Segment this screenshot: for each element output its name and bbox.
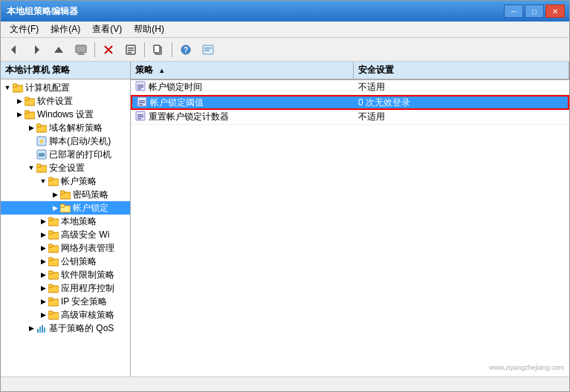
menu-view[interactable]: 查看(V) bbox=[86, 22, 128, 37]
expand-computer[interactable]: ▼ bbox=[2, 82, 13, 93]
tree-item-script[interactable]: ▶ ⚡ 脚本(启动/关机) bbox=[1, 134, 130, 148]
tree-item-printer[interactable]: ▶ 已部署的打印机 bbox=[1, 148, 130, 161]
tree-label-local: 本地策略 bbox=[61, 215, 97, 228]
svg-rect-24 bbox=[25, 111, 29, 114]
tree-label-ipsec: IP 安全策略 bbox=[61, 295, 107, 308]
folder-icon-advanced-wifi bbox=[48, 230, 59, 240]
svg-rect-30 bbox=[39, 153, 45, 157]
svg-rect-68 bbox=[137, 114, 143, 116]
tree-item-security[interactable]: ▼ 安全设置 bbox=[1, 161, 130, 174]
folder-icon-software bbox=[25, 97, 35, 106]
copy-button[interactable] bbox=[148, 40, 169, 59]
expand-dns[interactable]: ▶ bbox=[26, 122, 36, 133]
cell-policy-1: 帐户锁定阈值 bbox=[132, 96, 354, 110]
svg-rect-55 bbox=[37, 329, 39, 333]
svg-rect-36 bbox=[60, 191, 65, 194]
column-headers: 策略 ▲ 安全设置 bbox=[131, 62, 569, 80]
tree-item-account-policy[interactable]: ▼ 帐户策略 bbox=[1, 174, 130, 188]
tree-item-qos[interactable]: ▶ 基于策略的 QoS bbox=[1, 321, 130, 335]
menu-action[interactable]: 操作(A) bbox=[45, 22, 86, 37]
expand-advanced-wifi[interactable]: ▶ bbox=[38, 229, 48, 240]
expand-network-list[interactable]: ▶ bbox=[38, 243, 48, 253]
tree-label-software-restrict: 软件限制策略 bbox=[61, 269, 114, 281]
expand-qos[interactable]: ▶ bbox=[26, 323, 36, 333]
svg-rect-52 bbox=[48, 298, 53, 301]
close-button[interactable]: ✕ bbox=[545, 4, 565, 18]
svg-rect-65 bbox=[139, 102, 145, 103]
expand-pubkey[interactable]: ▶ bbox=[38, 256, 48, 267]
menu-help[interactable]: 帮助(H) bbox=[128, 22, 170, 37]
monitor-button[interactable] bbox=[71, 40, 91, 59]
svg-rect-69 bbox=[137, 117, 143, 118]
tree-item-windows[interactable]: ▶ Windows 设置 bbox=[1, 108, 130, 121]
expand-ipsec[interactable]: ▶ bbox=[38, 296, 48, 307]
tree-item-audit[interactable]: ▶ 高级审核策略 bbox=[1, 308, 130, 321]
tree-label-password: 密码策略 bbox=[73, 189, 109, 201]
tree-label-dns: 域名解析策略 bbox=[49, 122, 103, 134]
svg-rect-13 bbox=[154, 45, 160, 53]
tree-item-ipsec[interactable]: ▶ IP 安全策略 bbox=[1, 295, 130, 308]
expand-windows[interactable]: ▶ bbox=[14, 109, 25, 120]
col-header-security[interactable]: 安全设置 bbox=[354, 62, 569, 79]
maximize-button[interactable]: □ bbox=[525, 4, 544, 18]
tree-label-network-list: 网络列表管理 bbox=[61, 242, 114, 255]
tree-item-applocker[interactable]: ▶ 应用程序控制 bbox=[1, 281, 130, 295]
tree-item-network-list[interactable]: ▶ 网络列表管理 bbox=[1, 241, 130, 255]
folder-icon-security bbox=[36, 163, 47, 173]
sort-icon: ▲ bbox=[158, 67, 165, 74]
delete-button[interactable] bbox=[98, 40, 119, 59]
expand-local[interactable]: ▶ bbox=[38, 216, 48, 226]
tree-item-dns[interactable]: ▶ 域名解析策略 bbox=[1, 121, 130, 134]
tree-item-computer[interactable]: ▼ 计算机配置 bbox=[1, 81, 130, 94]
svg-rect-20 bbox=[13, 84, 17, 87]
tree-label-printer: 已部署的打印机 bbox=[49, 148, 111, 161]
extra-button[interactable] bbox=[198, 40, 218, 59]
properties-button[interactable] bbox=[120, 40, 141, 59]
tree-container[interactable]: ▼ 计算机配置 ▶ 软件设置 ▶ bbox=[1, 79, 130, 376]
svg-rect-38 bbox=[60, 204, 65, 207]
svg-rect-40 bbox=[48, 218, 53, 220]
minimize-button[interactable]: ─ bbox=[504, 4, 523, 18]
tree-item-software-restrict[interactable]: ▶ 软件限制策略 bbox=[1, 268, 130, 281]
expand-password[interactable]: ▶ bbox=[50, 189, 60, 200]
svg-rect-46 bbox=[48, 258, 53, 261]
svg-rect-11 bbox=[128, 52, 132, 53]
expand-software-restrict[interactable]: ▶ bbox=[38, 270, 48, 280]
forward-button[interactable] bbox=[26, 40, 47, 59]
status-bar bbox=[1, 376, 569, 391]
policy-icon-1 bbox=[137, 97, 147, 109]
col-header-policy[interactable]: 策略 ▲ bbox=[131, 62, 354, 79]
help-button[interactable]: ? bbox=[175, 40, 196, 59]
tree-item-software[interactable]: ▶ 软件设置 bbox=[1, 94, 130, 108]
tree-item-local[interactable]: ▶ 本地策略 bbox=[1, 215, 130, 228]
svg-rect-17 bbox=[204, 48, 212, 49]
left-panel: 本地计算机 策略 ▼ 计算机配置 ▶ 软件设置 bbox=[1, 62, 131, 376]
table-row[interactable]: 帐户锁定时间 不适用 bbox=[131, 80, 569, 95]
svg-rect-32 bbox=[36, 164, 41, 167]
tree-item-lockout[interactable]: ▶ 帐户锁定 bbox=[1, 201, 130, 215]
content-area: 本地计算机 策略 ▼ 计算机配置 ▶ 软件设置 bbox=[1, 62, 569, 376]
tree-item-pubkey[interactable]: ▶ 公钥策略 bbox=[1, 255, 130, 268]
svg-text:⚡: ⚡ bbox=[38, 137, 45, 145]
tree-label-pubkey: 公钥策略 bbox=[61, 255, 97, 268]
policy-name-1: 帐户锁定阈值 bbox=[150, 97, 204, 109]
expand-software[interactable]: ▶ bbox=[14, 96, 25, 106]
table-row[interactable]: 重置帐户锁定计数器 不适用 bbox=[131, 110, 569, 125]
table-container[interactable]: 帐户锁定时间 不适用 bbox=[131, 80, 569, 376]
tree-item-advanced-wifi[interactable]: ▶ 高级安全 Wi bbox=[1, 228, 130, 241]
title-bar: 本地组策略编辑器 ─ □ ✕ bbox=[1, 1, 569, 22]
back-button[interactable] bbox=[4, 40, 25, 59]
up-button[interactable] bbox=[48, 40, 69, 59]
expand-applocker[interactable]: ▶ bbox=[38, 283, 48, 293]
svg-rect-9 bbox=[128, 48, 134, 49]
expand-audit[interactable]: ▶ bbox=[38, 310, 48, 320]
expand-account-policy[interactable]: ▼ bbox=[38, 176, 48, 186]
expand-security[interactable]: ▼ bbox=[26, 163, 36, 173]
tree-item-password[interactable]: ▶ 密码策略 bbox=[1, 188, 130, 201]
tree-label-lockout: 帐户锁定 bbox=[73, 202, 109, 215]
expand-lockout[interactable]: ▶ bbox=[50, 203, 60, 213]
menu-file[interactable]: 文件(F) bbox=[4, 22, 45, 37]
folder-icon-windows bbox=[25, 110, 35, 120]
table-row[interactable]: 帐户锁定阈值 0 次无效登录 bbox=[131, 95, 569, 110]
svg-rect-57 bbox=[42, 325, 43, 333]
